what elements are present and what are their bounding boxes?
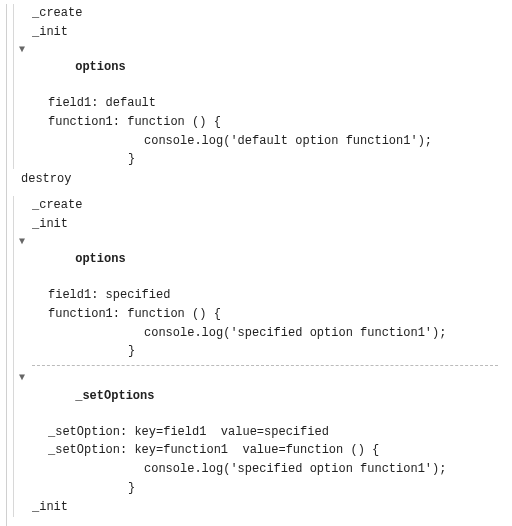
- separator: [32, 365, 498, 366]
- log-line: _init: [14, 215, 506, 234]
- log-line: _init: [14, 23, 506, 42]
- log-line: console.log('specified option function1'…: [14, 460, 506, 479]
- disclosure-triangle-icon[interactable]: ▼: [16, 236, 28, 248]
- options-label: options: [75, 60, 125, 74]
- disclosure-triangle-icon[interactable]: ▼: [16, 44, 28, 56]
- setoptions-label: _setOptions: [75, 389, 154, 403]
- log-line: function1: function () {: [14, 305, 506, 324]
- disclosure-triangle-icon[interactable]: ▼: [16, 372, 28, 384]
- log-line: console.log('default option function1');: [14, 132, 506, 151]
- options-header[interactable]: ▼options: [14, 42, 506, 94]
- log-line: field1: default: [14, 94, 506, 113]
- log-line: _setOption: key=function1 value=function…: [14, 441, 506, 460]
- setoptions-header[interactable]: ▼_setOptions: [14, 370, 506, 422]
- log-line: _create: [14, 196, 506, 215]
- log-group-1: _create _init ▼options field1: default f…: [13, 4, 506, 169]
- log-line: _setOption: key=field1 value=specified: [14, 423, 506, 442]
- options-header[interactable]: ▼options: [14, 234, 506, 286]
- log-line: }: [14, 342, 506, 361]
- log-line: console.log('specified option function1'…: [14, 324, 506, 343]
- log-line: function1: function () {: [14, 113, 506, 132]
- destroy-line: destroy: [7, 169, 506, 196]
- console-output: _create _init ▼options field1: default f…: [6, 4, 506, 526]
- log-line: }: [14, 150, 506, 169]
- log-line: _init: [14, 498, 506, 517]
- log-line: _create: [14, 4, 506, 23]
- log-line: }: [14, 479, 506, 498]
- log-line: field1: specified: [14, 286, 506, 305]
- log-group-2: _create _init ▼options field1: specified…: [13, 196, 506, 517]
- options-label: options: [75, 252, 125, 266]
- spacer: [7, 517, 506, 526]
